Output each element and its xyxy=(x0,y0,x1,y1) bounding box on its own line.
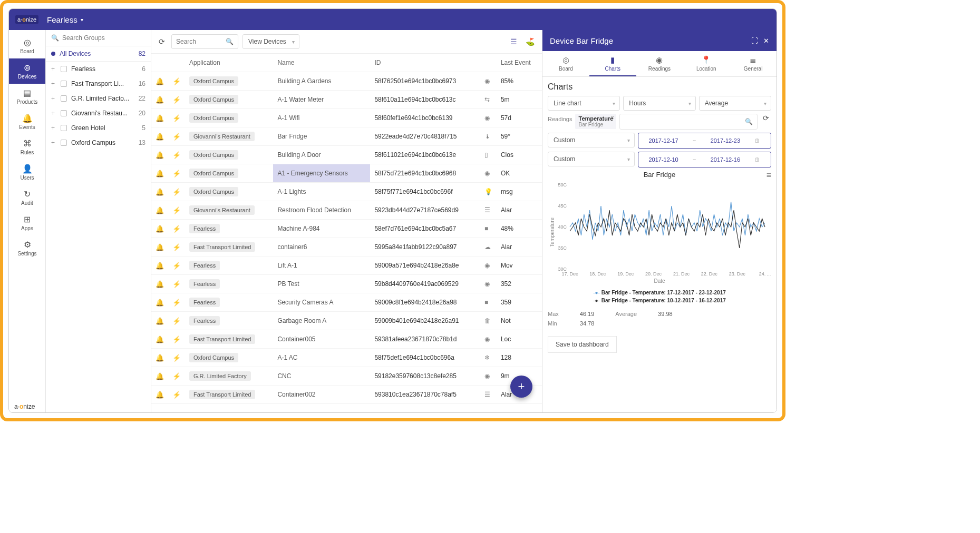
panel-tab-location[interactable]: 📍Location xyxy=(683,51,730,76)
col-last-event[interactable]: Last Event xyxy=(497,54,542,72)
bolt-icon: ⚡ xyxy=(172,299,181,307)
table-row[interactable]: 🔔⚡FearlessMachine A-98458ef7d761e694c1bc… xyxy=(151,220,542,238)
table-row[interactable]: 🔔⚡Oxford CampusBuilding A Door58f611021e… xyxy=(151,146,542,164)
refresh-icon[interactable]: ⟳ xyxy=(157,35,167,48)
device-name: Restroom Flood Detection xyxy=(273,201,370,220)
chart-title: Bar Fridge xyxy=(644,171,676,179)
table-row[interactable]: 🔔⚡Fast Transport Limitedcontainer65995a8… xyxy=(151,238,542,256)
chart-agg-dropdown[interactable]: Average xyxy=(699,96,771,111)
panel-tab-charts[interactable]: ▮Charts xyxy=(589,51,636,76)
group-search[interactable]: 🔍 xyxy=(46,30,151,46)
table-row[interactable]: 🔔⚡Fast Transport LimitedContainer0055938… xyxy=(151,330,542,349)
chart-menu-icon[interactable]: ≡ xyxy=(766,171,771,180)
table-row[interactable]: 🔔⚡Giovanni's RestaurantBar Fridge5922ead… xyxy=(151,127,542,146)
chart-bucket-dropdown[interactable]: Hours xyxy=(623,96,695,111)
chart-refresh-icon[interactable]: ⟳ xyxy=(761,114,771,122)
expand-plus-icon[interactable]: + xyxy=(51,65,56,73)
svg-text:Temperature: Temperature xyxy=(549,217,555,247)
panel-tab-readings[interactable]: ◉Readings xyxy=(636,51,683,76)
sidenav-item-rules[interactable]: ⌘Rules xyxy=(9,134,45,160)
group-item[interactable]: +Giovanni's Restau...20 xyxy=(46,106,151,121)
table-row[interactable]: 🔔⚡Oxford CampusA-1 Water Meter58f610a11e… xyxy=(151,91,542,109)
group-item[interactable]: +Fearless6 xyxy=(46,62,151,76)
event-type-icon: ◉ xyxy=(480,367,497,386)
table-row[interactable]: 🔔⚡G.R. Limited FactoryCNC59182e3597608c1… xyxy=(151,367,542,386)
sidenav-item-products[interactable]: ▤Products xyxy=(9,84,45,109)
checkbox-icon[interactable] xyxy=(61,95,67,102)
bell-icon: 🔔 xyxy=(156,372,164,380)
app-badge: Oxford Campus xyxy=(189,169,238,178)
last-event: OK xyxy=(497,164,542,183)
expand-plus-icon[interactable]: + xyxy=(51,80,56,87)
panel-tab-general[interactable]: ≣General xyxy=(730,51,777,76)
range1-mode[interactable]: Custom xyxy=(548,133,635,147)
col-application[interactable]: Application xyxy=(185,54,273,72)
close-icon[interactable]: ✕ xyxy=(763,37,769,45)
map-view-icon[interactable]: ⛳ xyxy=(523,35,537,48)
expand-plus-icon[interactable]: + xyxy=(51,95,56,102)
group-item[interactable]: +G.R. Limited Facto...22 xyxy=(46,91,151,106)
bolt-icon: ⚡ xyxy=(172,354,181,362)
table-row[interactable]: 🔔⚡Oxford CampusA-1 AC58f75def1e694c1bc0b… xyxy=(151,349,542,367)
expand-plus-icon[interactable]: + xyxy=(51,124,56,132)
range2-mode[interactable]: Custom xyxy=(548,152,635,166)
group-search-input[interactable] xyxy=(62,34,145,42)
table-row[interactable]: 🔔⚡Oxford CampusA1 - Emergency Sensors58f… xyxy=(151,164,542,183)
checkbox-icon[interactable] xyxy=(61,110,67,116)
app-badge: Fast Transport Limited xyxy=(189,390,255,399)
readings-search[interactable]: 🔍 xyxy=(619,114,758,130)
table-row[interactable]: 🔔⚡Oxford CampusBuilding A Gardens58f7625… xyxy=(151,72,542,91)
app-badge: Fast Transport Limited xyxy=(189,242,255,252)
expand-plus-icon[interactable]: + xyxy=(51,139,56,146)
sidenav-item-settings[interactable]: ⚙Settings xyxy=(9,235,45,261)
main-content: ⟳ 🔍 View Devices ☰ ⛳ Application Name ID xyxy=(151,30,542,412)
reading-chip[interactable]: Temperature Bar Fridge ✕ xyxy=(575,114,616,129)
checkbox-icon[interactable] xyxy=(61,125,67,131)
add-device-fab[interactable]: + xyxy=(510,376,532,398)
checkbox-icon[interactable] xyxy=(61,140,67,146)
table-row[interactable]: 🔔⚡FearlessLift A-159009a571e694b2418e26a… xyxy=(151,256,542,275)
panel-tab-board[interactable]: ◎Board xyxy=(542,51,589,76)
view-dropdown[interactable]: View Devices xyxy=(242,34,299,49)
sidenav-item-users[interactable]: 👤Users xyxy=(9,160,45,185)
save-to-dashboard-button[interactable]: Save to dashboard xyxy=(548,336,617,353)
table-row[interactable]: 🔔⚡Oxford CampusA-1 Lights58f75f771e694c1… xyxy=(151,183,542,201)
sidenav-item-apps[interactable]: ⊞Apps xyxy=(9,210,45,235)
group-all-devices[interactable]: All Devices82 xyxy=(46,46,151,62)
table-row[interactable]: 🔔⚡Fast Transport LimitedContainer0025938… xyxy=(151,386,542,404)
device-search[interactable]: 🔍 xyxy=(171,34,238,49)
group-item[interactable]: +Green Hotel5 xyxy=(46,121,151,135)
table-row[interactable]: 🔔⚡FearlessGarbage Room A59009b401e694b24… xyxy=(151,312,542,330)
checkbox-icon[interactable] xyxy=(61,81,67,87)
list-view-icon[interactable]: ☰ xyxy=(508,35,519,48)
group-item[interactable]: +Fast Transport Li...16 xyxy=(46,76,151,91)
sidenav-item-audit[interactable]: ↻Audit xyxy=(9,185,45,210)
sidenav-item-board[interactable]: ◎Board xyxy=(9,33,45,58)
last-event: 59° xyxy=(497,127,542,146)
table-row[interactable]: 🔔⚡FearlessPB Test59b8d4409760e419ac06952… xyxy=(151,275,542,293)
range1-picker[interactable]: 2017-12-17~ 2017-12-23 🗓 xyxy=(638,133,771,149)
col-id[interactable]: ID xyxy=(370,54,480,72)
event-type-icon: ☰ xyxy=(480,201,497,220)
sidenav-item-events[interactable]: 🔔Events xyxy=(9,109,45,134)
expand-plus-icon[interactable]: + xyxy=(51,110,56,117)
chart-type-dropdown[interactable]: Line chart xyxy=(548,96,620,111)
sidenav-item-devices[interactable]: ⊚Devices xyxy=(9,58,45,84)
chip-remove-icon[interactable]: ✕ xyxy=(610,115,615,120)
table-row[interactable]: 🔔⚡Oxford CampusA-1 Wifi58f60fef1e694c1bc… xyxy=(151,109,542,127)
tenant-selector[interactable]: Fearless ▾ xyxy=(47,15,83,24)
table-row[interactable]: 🔔⚡Giovanni's RestaurantRestroom Flood De… xyxy=(151,201,542,220)
range2-picker[interactable]: 2017-12-10~ 2017-12-16 🗓 xyxy=(638,152,771,167)
chart-legend: -●- Bar Fridge - Temperature: 17-12-2017… xyxy=(548,289,771,304)
app-badge: Giovanni's Restaurant xyxy=(189,132,255,141)
table-row[interactable]: 🔔⚡FearlessSecurity Cameras A59009c8f1e69… xyxy=(151,293,542,312)
group-item[interactable]: +Oxford Campus13 xyxy=(46,135,151,150)
device-search-input[interactable] xyxy=(176,38,224,45)
event-type-icon: 🌡 xyxy=(480,127,497,146)
col-name[interactable]: Name xyxy=(273,54,370,72)
checkbox-icon[interactable] xyxy=(61,66,67,72)
expand-icon[interactable]: ⛶ xyxy=(751,37,758,45)
device-name: Container002 xyxy=(273,386,370,404)
audit-icon: ↻ xyxy=(24,189,31,199)
products-icon: ▤ xyxy=(23,88,31,98)
